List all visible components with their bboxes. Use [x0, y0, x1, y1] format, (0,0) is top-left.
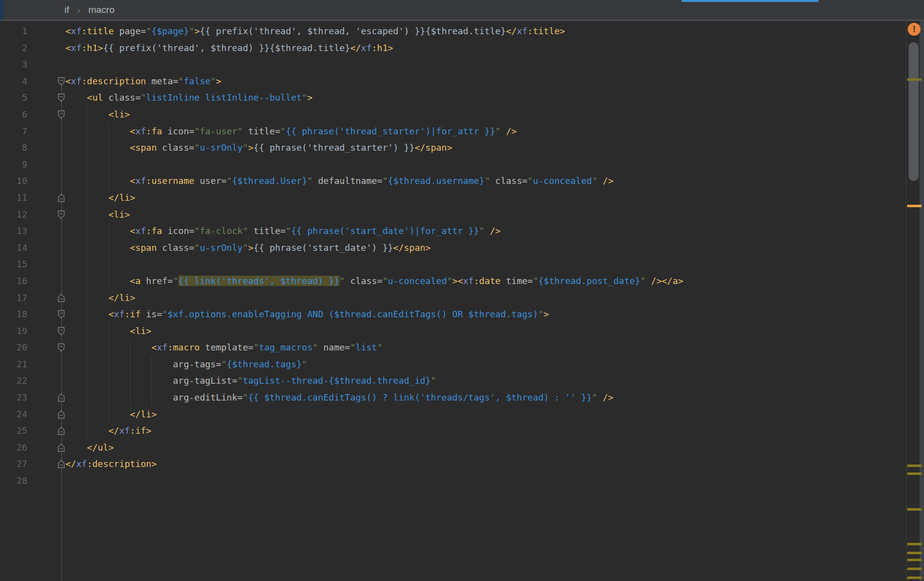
code-text: <xf:macro template="tag_macros" name="li… — [65, 339, 906, 356]
code-line[interactable]: 12 <li> — [0, 206, 906, 223]
line-number: 11 — [0, 189, 27, 206]
line-number: 17 — [0, 290, 27, 306]
stripe-warning-mark[interactable] — [907, 568, 922, 570]
line-number: 21 — [0, 356, 27, 373]
fold-marker-up-icon[interactable] — [58, 193, 65, 202]
code-text: <xf:username user="{$thread.User}" defau… — [65, 173, 906, 189]
stripe-warning-mark[interactable] — [907, 465, 922, 467]
code-text — [65, 56, 906, 73]
code-text: </li> — [65, 406, 906, 423]
fold-column — [27, 372, 65, 389]
code-line[interactable]: 18 <xf:if is="$xf.options.enableTagging … — [0, 306, 906, 323]
fold-column — [27, 206, 65, 223]
chevron-right-icon: › — [70, 4, 88, 16]
code-line[interactable]: 23 arg-editLink="{{ $thread.canEditTags(… — [0, 389, 906, 406]
code-line[interactable]: 25 </xf:if> — [0, 422, 906, 439]
code-line[interactable]: 1<xf:title page="{$page}">{{ prefix('thr… — [0, 23, 906, 40]
stripe-warning-mark[interactable] — [907, 543, 922, 545]
code-editor[interactable]: 1<xf:title page="{$page}">{{ prefix('thr… — [0, 21, 906, 581]
fold-marker-up-icon[interactable] — [58, 410, 65, 419]
stripe-warning-mark[interactable] — [907, 508, 922, 511]
fold-column — [27, 406, 65, 423]
fold-column — [27, 439, 65, 456]
code-line[interactable]: 2<xf:h1>{{ prefix('thread', $thread) }}{… — [0, 40, 906, 57]
breadcrumb-bar: if › macro — [0, 0, 924, 21]
code-line[interactable]: 20 <xf:macro template="tag_macros" name=… — [0, 339, 906, 356]
stripe-warning-mark[interactable] — [907, 205, 922, 207]
code-text — [65, 256, 906, 273]
code-text: <span class="u-srOnly">{{ phrase('start_… — [65, 239, 906, 256]
code-text: </li> — [65, 189, 906, 206]
scrollbar-thumb[interactable] — [909, 42, 919, 181]
code-text: <xf:if is="$xf.options.enableTagging AND… — [65, 306, 906, 323]
fold-marker-down-icon[interactable] — [58, 77, 65, 86]
fold-column — [27, 106, 65, 123]
code-line[interactable]: 4<xf:description meta="false"> — [0, 73, 906, 90]
fold-marker-up-icon[interactable] — [58, 443, 65, 452]
code-line[interactable]: 22 arg-tagList="tagList--thread-{$thread… — [0, 372, 906, 389]
line-number: 4 — [0, 73, 27, 90]
code-line[interactable]: 3 — [0, 56, 906, 73]
code-line[interactable]: 28 — [0, 472, 906, 489]
code-text: <xf:title page="{$page}">{{ prefix('thre… — [65, 23, 906, 40]
line-number: 28 — [0, 472, 27, 489]
code-line[interactable]: 8 <span class="u-srOnly">{{ phrase('thre… — [0, 139, 906, 156]
code-line[interactable]: 16 <a href="{{ link('threads', $thread) … — [0, 273, 906, 290]
fold-column — [27, 189, 65, 206]
fold-marker-down-icon[interactable] — [58, 210, 65, 219]
code-line[interactable]: 27</xf:description> — [0, 456, 906, 472]
fold-column — [27, 123, 65, 140]
line-number: 6 — [0, 106, 27, 123]
code-line[interactable]: 17 </li> — [0, 290, 906, 306]
stripe-warning-mark[interactable] — [907, 78, 922, 81]
fold-marker-up-icon[interactable] — [58, 426, 65, 435]
fold-marker-up-icon[interactable] — [58, 293, 65, 302]
line-number: 25 — [0, 422, 27, 439]
fold-marker-down-icon[interactable] — [58, 110, 65, 119]
fold-column — [27, 339, 65, 356]
fold-column — [27, 40, 65, 57]
fold-marker-down-icon[interactable] — [58, 310, 65, 319]
code-line[interactable]: 13 <xf:fa icon="fa-clock" title="{{ phra… — [0, 223, 906, 239]
line-number: 1 — [0, 23, 27, 40]
fold-marker-down-icon[interactable] — [58, 93, 65, 102]
code-line[interactable]: 15 — [0, 256, 906, 273]
fold-column — [27, 323, 65, 340]
code-line[interactable]: 19 <li> — [0, 323, 906, 340]
stripe-warning-mark[interactable] — [907, 577, 922, 579]
code-line[interactable]: 7 <xf:fa icon="fa-user" title="{{ phrase… — [0, 123, 906, 140]
line-number: 18 — [0, 306, 27, 323]
breadcrumb-item-macro[interactable]: macro — [87, 4, 116, 15]
line-number: 24 — [0, 406, 27, 423]
stripe-warning-mark[interactable] — [907, 552, 922, 554]
errors-found-indicator-icon[interactable]: ! — [908, 23, 921, 36]
line-number: 13 — [0, 223, 27, 239]
code-text — [65, 156, 906, 173]
fold-marker-up-icon[interactable] — [58, 393, 65, 402]
code-text: <a href="{{ link('threads', $thread) }}"… — [65, 273, 906, 290]
fold-marker-down-icon[interactable] — [58, 343, 65, 352]
code-line[interactable]: 9 — [0, 156, 906, 173]
fold-column — [27, 422, 65, 439]
code-text: arg-tags="{$thread.tags}" — [65, 356, 906, 373]
code-line[interactable]: 24 </li> — [0, 406, 906, 423]
line-number: 22 — [0, 372, 27, 389]
code-line[interactable]: 14 <span class="u-srOnly">{{ phrase('sta… — [0, 239, 906, 256]
code-line[interactable]: 5 <ul class="listInline listInline--bull… — [0, 89, 906, 106]
stripe-warning-mark[interactable] — [907, 472, 922, 475]
code-line[interactable]: 21 arg-tags="{$thread.tags}" — [0, 356, 906, 373]
fold-marker-up-icon[interactable] — [58, 460, 65, 468]
line-number: 9 — [0, 156, 27, 173]
code-line[interactable]: 10 <xf:username user="{$thread.User}" de… — [0, 173, 906, 189]
code-text: </ul> — [65, 439, 906, 456]
code-line[interactable]: 6 <li> — [0, 106, 906, 123]
code-line[interactable]: 26 </ul> — [0, 439, 906, 456]
fold-column — [27, 89, 65, 106]
code-line[interactable]: 11 </li> — [0, 189, 906, 206]
line-number: 3 — [0, 56, 27, 73]
stripe-warning-mark[interactable] — [907, 559, 922, 561]
breadcrumb-item-if[interactable]: if — [63, 4, 70, 15]
error-stripe[interactable]: ! — [906, 21, 924, 581]
fold-marker-down-icon[interactable] — [58, 327, 65, 336]
fold-column — [27, 23, 65, 40]
